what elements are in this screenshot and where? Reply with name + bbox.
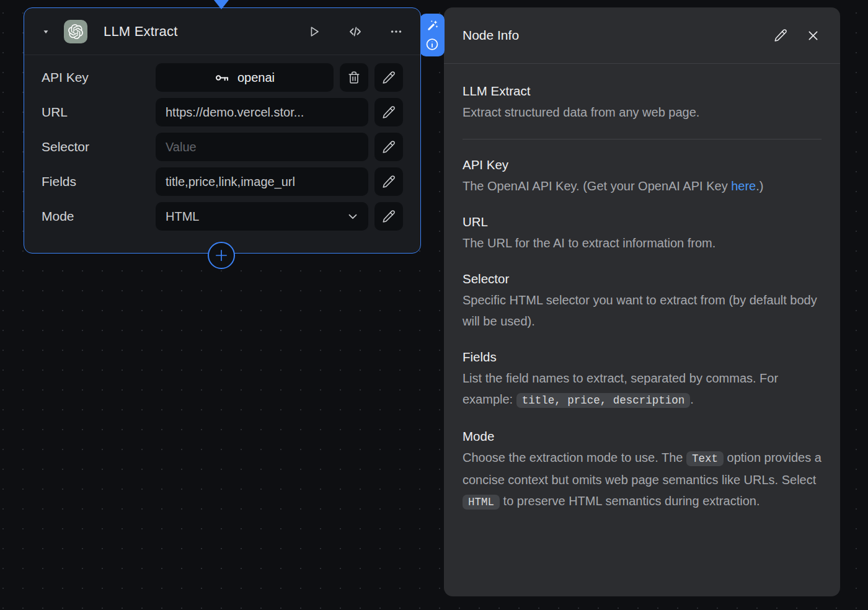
edit-api-key-button[interactable] xyxy=(374,63,403,92)
fields-input[interactable]: title,price,link,image_url xyxy=(156,167,368,196)
field-label: Mode xyxy=(42,209,156,224)
section-heading: Mode xyxy=(463,426,822,447)
section-heading: URL xyxy=(463,211,822,232)
text-segment: . xyxy=(690,392,694,406)
field-row-url: URL https://demo.vercel.stor... xyxy=(42,98,403,126)
text-segment: Choose the extraction mode to use. The xyxy=(463,451,686,464)
section-api-key: API Key The OpenAI API Key. (Get your Op… xyxy=(463,154,822,197)
mode-select[interactable]: HTML xyxy=(156,202,368,231)
field-label: Selector xyxy=(42,139,156,154)
inline-code-chip: HTML xyxy=(463,495,500,510)
node-action-toolbar xyxy=(420,14,445,56)
selector-input[interactable]: Value xyxy=(156,133,368,161)
code-view-button[interactable] xyxy=(347,24,363,40)
node-fields: API Key openai URL https://d xyxy=(24,55,420,231)
edit-mode-button[interactable] xyxy=(374,202,403,231)
key-icon xyxy=(215,70,230,86)
field-row-fields: Fields title,price,link,image_url xyxy=(42,167,403,196)
text-segment: to preserve HTML semantics during extrac… xyxy=(500,494,760,508)
edit-selector-button[interactable] xyxy=(374,133,403,161)
inline-code-chip: Text xyxy=(686,451,724,466)
divider xyxy=(463,139,822,139)
section-heading: Fields xyxy=(463,347,822,368)
field-row-api-key: API Key openai xyxy=(42,63,403,92)
node-name-heading: LLM Extract xyxy=(463,81,822,102)
text-segment: The URL for the AI to extract informatio… xyxy=(463,236,715,250)
field-label: URL xyxy=(42,105,156,120)
node-info-panel: Node Info LLM Extract Extract structured… xyxy=(444,7,840,596)
connector-arrow xyxy=(214,0,229,9)
magic-wand-icon[interactable] xyxy=(425,19,439,32)
section-body: List the field names to extract, separat… xyxy=(463,368,822,411)
edit-fields-button[interactable] xyxy=(374,167,403,196)
delete-api-key-button[interactable] xyxy=(340,63,368,92)
llm-extract-node[interactable]: LLM Extract API Key openai xyxy=(24,7,421,254)
panel-header: Node Info xyxy=(444,7,840,64)
section-selector: Selector Specific HTML selector you want… xyxy=(463,268,822,332)
node-description: Extract structured data from any web pag… xyxy=(463,102,822,123)
panel-body: LLM Extract Extract structured data from… xyxy=(444,64,840,513)
section-heading: Selector xyxy=(463,268,822,290)
field-row-selector: Selector Value xyxy=(42,133,403,161)
add-node-button[interactable] xyxy=(208,242,235,269)
field-label: API Key xyxy=(42,70,156,85)
field-row-mode: Mode HTML xyxy=(42,202,403,231)
node-header: LLM Extract xyxy=(24,8,420,55)
openai-logo-icon xyxy=(64,20,87,43)
chevron-down-icon xyxy=(346,210,360,223)
edit-node-info-button[interactable] xyxy=(773,28,788,43)
panel-title: Node Info xyxy=(463,28,519,43)
run-node-button[interactable] xyxy=(306,24,322,40)
node-title: LLM Extract xyxy=(104,24,178,40)
section-heading: API Key xyxy=(463,154,822,175)
field-label: Fields xyxy=(42,174,156,189)
inline-code-chip: title, price, description xyxy=(516,393,691,408)
url-input[interactable]: https://demo.vercel.stor... xyxy=(156,98,368,126)
section-fields: Fields List the field names to extract, … xyxy=(463,347,822,411)
inline-link[interactable]: here xyxy=(731,179,756,193)
info-icon[interactable] xyxy=(425,38,439,51)
more-options-button[interactable] xyxy=(388,24,404,40)
section-body: Specific HTML selector you want to extra… xyxy=(463,290,822,332)
section-body: The URL for the AI to extract informatio… xyxy=(463,232,822,254)
api-key-pill[interactable]: openai xyxy=(156,63,334,92)
collapse-caret-icon[interactable] xyxy=(39,25,53,38)
text-segment: .) xyxy=(756,179,763,193)
text-segment: The OpenAI API Key. (Get your OpenAI API… xyxy=(463,179,731,193)
section-url: URL The URL for the AI to extract inform… xyxy=(463,211,822,254)
section-body: Choose the extraction mode to use. The T… xyxy=(463,447,822,513)
api-key-value: openai xyxy=(237,71,275,85)
mode-select-value: HTML xyxy=(166,210,199,224)
section-body: The OpenAI API Key. (Get your OpenAI API… xyxy=(463,175,822,197)
edit-url-button[interactable] xyxy=(374,98,403,126)
close-panel-button[interactable] xyxy=(805,28,820,43)
section-mode: Mode Choose the extraction mode to use. … xyxy=(463,426,822,513)
text-segment: Specific HTML selector you want to extra… xyxy=(463,293,817,328)
